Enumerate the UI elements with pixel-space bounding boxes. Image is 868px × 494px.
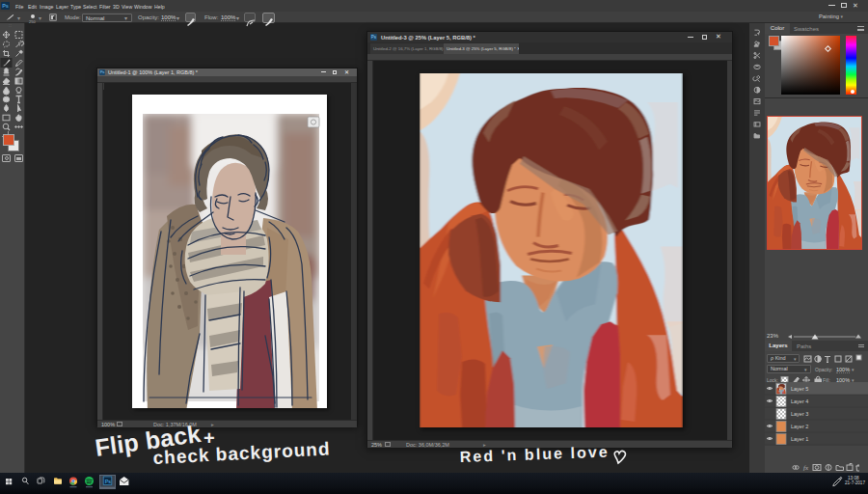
svg-text:21-7-2017: 21-7-2017 — [845, 480, 865, 485]
svg-text:13:08: 13:08 — [848, 476, 859, 480]
svg-text:Ps: Ps — [105, 479, 112, 484]
svg-text:Red 'n blue love: Red 'n blue love — [460, 444, 609, 465]
